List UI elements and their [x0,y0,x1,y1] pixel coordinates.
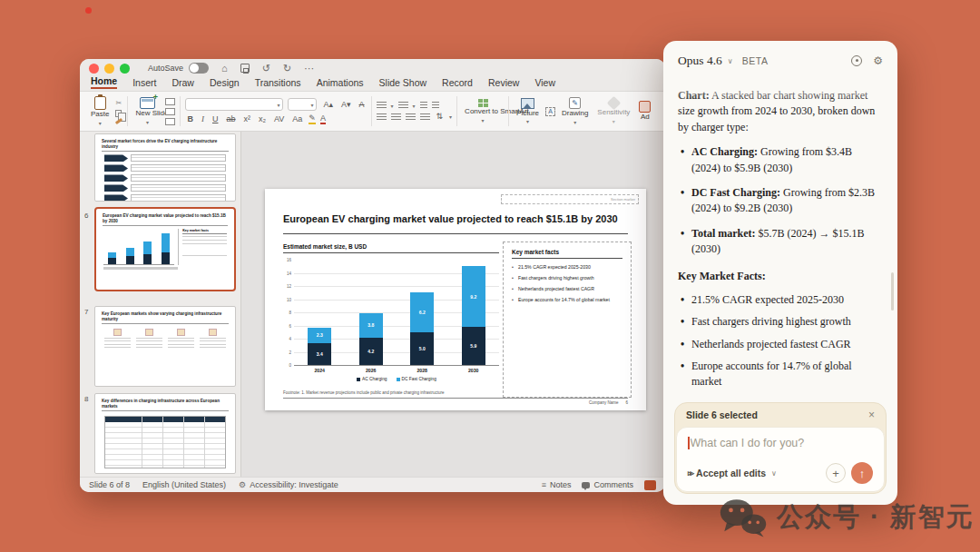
section-marker-box[interactable]: Section marker [501,194,639,204]
accessibility-button[interactable]: ⚙ Accessibility: Investigate [239,480,338,489]
picture-button[interactable]: Picture ▾ [514,98,542,124]
paste-button[interactable]: Paste ▾ [88,96,112,125]
feedback-icon[interactable] [851,55,862,66]
beta-badge: BETA [742,55,769,66]
addins-button[interactable]: Ad [636,101,653,121]
thumbnail-slide-6-selected[interactable]: European EV charging market value projec… [94,207,236,291]
layout-icon[interactable] [165,98,175,105]
thumbnail-slide-7[interactable]: Key European markets show varying chargi… [94,306,236,387]
shrink-font-button[interactable]: A▾ [339,101,353,109]
tab-home[interactable]: Home [91,75,117,89]
chevron-down-icon: ▾ [413,103,416,109]
close-window-button[interactable] [89,64,99,74]
screen: AutoSave ⌂ ↺ ↻ ⋯ Home Insert Draw Design… [0,0,980,552]
drawing-label: Drawing [562,110,588,117]
thumb6-footnote-line [103,267,227,270]
align-left-icon[interactable] [377,113,387,121]
prompt-input[interactable] [691,437,874,449]
close-icon[interactable]: × [868,409,875,421]
character-spacing-button[interactable]: AV [272,115,286,123]
thumbnail-slide-5[interactable]: Several market forces drive the EV charg… [94,133,236,202]
slide-title[interactable]: European EV charging market value projec… [283,213,628,224]
bold-button[interactable]: B [185,115,195,123]
align-right-icon[interactable] [406,113,416,121]
view-mode-button[interactable] [644,480,656,490]
redo-icon[interactable]: ↻ [283,64,291,74]
convert-smartart-button[interactable]: Convert to SmartArt ▾ [462,99,504,123]
text-cursor [688,437,690,449]
save-icon[interactable] [240,64,250,73]
more-commands-icon[interactable]: ⋯ [304,64,314,74]
chart-heading: Estimated market size, B USD [283,243,499,253]
font-group: ▾ ▾ A▴ A▾ A B I U ab x² x₂ AV Aa [181,94,370,129]
cut-icon[interactable]: ✂ [115,100,122,107]
thumb6-mini-chart [103,231,174,265]
underline-button[interactable]: U [211,115,220,123]
change-case-button[interactable]: Aa [290,115,304,123]
chart-legend: AC Charging DC Fast Charging [294,377,499,381]
new-slide-button[interactable]: New Slide ▾ [132,97,162,124]
tab-slideshow[interactable]: Slide Show [379,77,427,89]
font-name-select[interactable]: ▾ [185,98,283,111]
model-selector[interactable]: Opus 4.6 [678,54,722,68]
slide-chart-block[interactable]: Estimated market size, B USD 16141210864… [283,243,499,381]
italic-button[interactable]: I [200,115,206,123]
slide-6[interactable]: Section marker European EV charging mark… [265,189,646,410]
accept-all-edits-button[interactable]: ▹▹ Accept all edits ∨ [688,468,777,478]
copy-icon[interactable] [115,110,122,117]
tab-draw[interactable]: Draw [172,77,194,89]
tab-review[interactable]: Review [488,77,519,89]
settings-gear-icon[interactable]: ⚙ [873,54,883,67]
tab-insert[interactable]: Insert [132,77,156,89]
undo-icon[interactable]: ↺ [262,64,270,74]
prompt-card: ▹▹ Accept all edits ∨ + ↑ [676,427,885,492]
key-facts-box-selected[interactable]: Key market facts 21.5% CAGR expected 202… [503,242,632,398]
align-center-icon[interactable] [391,113,401,121]
subscript-button[interactable]: x₂ [257,115,268,123]
clear-formatting-button[interactable]: A [358,101,367,109]
insert-group: Picture ▾ A ✎ Drawing ▾ Sensitivity ▾ Ad [509,94,658,129]
justify-icon[interactable] [420,113,430,121]
strikethrough-button[interactable]: ab [224,115,237,123]
numbering-icon[interactable] [398,102,408,109]
font-color-button[interactable]: A [320,114,326,124]
tab-record[interactable]: Record [442,77,473,89]
key-facts-heading: Key market facts [512,249,622,259]
send-button[interactable]: ↑ [851,462,873,484]
bullets-icon[interactable] [377,102,387,109]
home-icon[interactable]: ⌂ [221,64,228,74]
tab-design[interactable]: Design [210,77,240,89]
comments-button[interactable]: Comments [582,480,633,489]
decrease-indent-icon[interactable] [420,102,427,109]
chevron-down-icon[interactable]: ∨ [728,57,733,65]
sensitivity-button[interactable]: Sensitivity ▾ [594,98,632,123]
grow-font-button[interactable]: A▴ [321,101,335,109]
line-spacing-icon[interactable]: ⇅ [435,113,446,121]
increase-indent-icon[interactable] [432,102,439,109]
zoom-window-button[interactable] [120,64,130,74]
chevron-down-icon: ▾ [612,118,615,124]
font-size-select[interactable]: ▾ [288,98,317,111]
fact-item: Netherlands projected fastest CAGR [678,337,883,352]
thumb6-facts-lines [182,236,227,258]
superscript-button[interactable]: x² [241,115,252,123]
text-box-icon[interactable]: A [545,107,555,116]
bullet-total: Total market: $5.7B (2024) → $15.1B (203… [678,226,883,258]
notes-button[interactable]: ≡ Notes [542,480,572,489]
autosave-toggle[interactable] [189,63,209,74]
tab-animations[interactable]: Animations [317,77,364,89]
paragraph-group: ▾ ▾ ⇅▾ [372,94,457,129]
panel-scrollbar-thumb[interactable] [891,272,894,310]
reset-icon[interactable] [165,108,175,115]
thumbnail-slide-8[interactable]: Key differences in charging infrastructu… [94,393,236,474]
tab-view[interactable]: View [534,77,555,89]
title-bar: AutoSave ⌂ ↺ ↻ ⋯ [80,59,665,77]
thumb6-title: European EV charging market value projec… [103,209,228,226]
text-highlight-button[interactable]: ✎ [309,114,316,124]
minimize-window-button[interactable] [104,64,114,74]
tab-transitions[interactable]: Transitions [255,77,301,89]
drawing-button[interactable]: ✎ Drawing ▾ [559,97,591,124]
language-button[interactable]: English (United States) [142,480,226,489]
attach-plus-button[interactable]: + [826,463,846,483]
section-icon[interactable] [165,118,175,125]
